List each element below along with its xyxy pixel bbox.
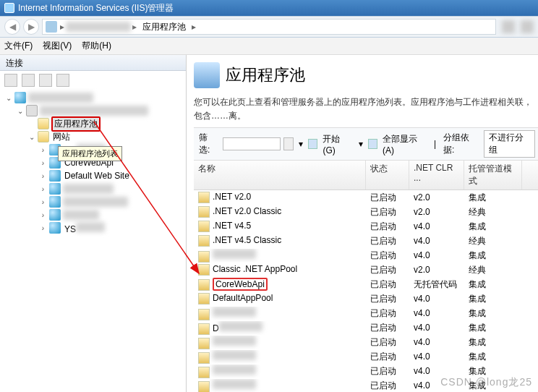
expand-icon[interactable]: ›: [39, 159, 47, 167]
sites-icon: [38, 131, 49, 142]
col-name[interactable]: 名称: [194, 161, 366, 189]
tree-site-item[interactable]: ›Default Web Site: [39, 169, 186, 182]
titlebar: Internet Information Services (IIS)管理器: [0, 0, 538, 16]
breadcrumb-current[interactable]: 应用程序池: [138, 21, 190, 33]
toolbar-icon[interactable]: [56, 74, 69, 87]
group-label: 分组依据:: [441, 132, 481, 156]
menubar: 文件(F) 视图(V) 帮助(H): [0, 38, 538, 55]
tree-app-pools-label[interactable]: 应用程序池: [51, 116, 101, 132]
main-content: 应用程序池 您可以在此页上查看和管理服务器上的应用程序池列表。应用程序池与工作进…: [187, 55, 538, 392]
pool-icon: [198, 381, 210, 392]
filter-input[interactable]: [223, 137, 281, 150]
toolbar-icon[interactable]: [4, 74, 17, 87]
nav-back-button[interactable]: ◀: [4, 19, 20, 35]
connections-tree: ⌄ ⌄ 应用程序池: [0, 90, 186, 234]
pool-icon: [198, 279, 210, 291]
group-select[interactable]: 不进行分组: [484, 130, 535, 158]
table-row[interactable]: 已启动v4.0集成: [194, 349, 538, 364]
tree-sites-label: 网站: [51, 131, 72, 143]
page-title-row: 应用程序池: [194, 62, 538, 88]
chevron-right-icon: ▸: [59, 22, 66, 32]
pool-icon: [198, 293, 210, 304]
table-header: 名称 状态 .NET CLR ... 托管管道模式: [194, 161, 538, 190]
spacer: [27, 120, 35, 128]
toolbar-icon[interactable]: [39, 74, 52, 87]
filter-dropdown-icon[interactable]: [283, 137, 294, 150]
table-row[interactable]: DefaultAppPool已启动v4.0集成: [194, 291, 538, 306]
connections-header: 连接: [0, 55, 186, 71]
tree-site-item[interactable]: ›YS: [39, 221, 186, 234]
start-page-icon: [14, 92, 26, 103]
menu-help[interactable]: 帮助(H): [82, 40, 111, 52]
expand-icon[interactable]: ›: [39, 198, 47, 206]
site-icon: [49, 183, 61, 195]
expand-icon[interactable]: ›: [39, 211, 47, 219]
col-mode[interactable]: 托管管道模式: [464, 161, 522, 189]
toolbar-extra-icon[interactable]: [502, 20, 515, 33]
expand-icon[interactable]: ›: [39, 224, 47, 232]
breadcrumb-bar: ◀ ▶ ▸ ▸ 应用程序池 ▸: [0, 16, 538, 38]
table-row[interactable]: .NET v2.0 Classic已启动v2.0经典: [194, 205, 538, 219]
site-label: YS: [63, 222, 106, 234]
menu-file[interactable]: 文件(F): [4, 40, 33, 52]
server-icon: [46, 21, 57, 33]
pool-icon: [198, 367, 210, 378]
table-row[interactable]: 已启动v4.0集成: [194, 248, 538, 263]
tree-server[interactable]: ⌄: [16, 104, 186, 117]
pool-icon: [198, 264, 210, 276]
go-icon[interactable]: [308, 139, 317, 149]
nav-forward-button[interactable]: ▶: [23, 19, 39, 35]
filter-toolbar: 筛选: ▾ 开始(G) ▾ 全部显示(A) | 分组依据: 不进行分组: [194, 127, 538, 161]
pool-icon: [198, 309, 210, 320]
expand-icon[interactable]: ⌄: [27, 133, 35, 141]
expand-icon[interactable]: ›: [39, 146, 47, 154]
filter-start[interactable]: 开始(G): [320, 133, 353, 155]
page-title: 应用程序池: [226, 64, 305, 86]
col-clr[interactable]: .NET CLR ...: [409, 161, 464, 189]
breadcrumb-server[interactable]: [66, 22, 131, 32]
filter-showall[interactable]: 全部显示(A): [380, 133, 429, 155]
toolbar-extra-icon[interactable]: [521, 20, 534, 33]
pool-icon: [198, 338, 210, 349]
menu-view[interactable]: 视图(V): [43, 40, 72, 52]
tree-app-pools[interactable]: 应用程序池: [27, 117, 186, 130]
table-row[interactable]: .NET v2.0已启动v2.0集成: [194, 190, 538, 205]
window-title: Internet Information Services (IIS)管理器: [18, 0, 174, 16]
connections-panel: 连接 ⌄ ⌄: [0, 55, 187, 392]
showall-icon[interactable]: [368, 139, 377, 149]
app-pools-large-icon: [194, 62, 220, 88]
table-row[interactable]: .NET v4.5 Classic已启动v4.0经典: [194, 234, 538, 248]
chevron-right-icon: ▸: [190, 22, 197, 32]
site-icon: [49, 170, 61, 182]
expand-icon[interactable]: ›: [39, 172, 47, 180]
site-label: [63, 184, 114, 194]
connections-toolbar: [0, 71, 186, 90]
pool-icon: [198, 221, 210, 232]
pool-icon: [198, 251, 210, 263]
tree-site-item[interactable]: ›: [39, 182, 186, 195]
table-row[interactable]: Classic .NET AppPool已启动v2.0经典: [194, 263, 538, 277]
pool-icon: [198, 206, 210, 218]
col-status[interactable]: 状态: [366, 161, 409, 189]
toolbar-icon[interactable]: [22, 74, 35, 87]
server-icon: [26, 105, 38, 116]
table-row[interactable]: 已启动v4.0集成: [194, 306, 538, 320]
site-icon: [49, 209, 61, 221]
table-row[interactable]: D已启动v4.0集成: [194, 320, 538, 335]
breadcrumb[interactable]: ▸ ▸ 应用程序池 ▸: [42, 19, 496, 35]
tree-site-item[interactable]: ›: [39, 208, 186, 221]
table-row[interactable]: 已启动v4.0集成: [194, 335, 538, 349]
expand-icon[interactable]: ›: [39, 185, 47, 193]
expand-icon[interactable]: ⌄: [16, 107, 24, 115]
tree-root[interactable]: ⌄: [4, 91, 186, 104]
app-pools-table: 名称 状态 .NET CLR ... 托管管道模式 .NET v2.0已启动v2…: [194, 161, 538, 392]
expand-icon[interactable]: ⌄: [4, 94, 12, 102]
tree-site-item[interactable]: ›: [39, 195, 186, 208]
tree-sites[interactable]: ⌄ 网站: [27, 130, 186, 143]
table-row[interactable]: .NET v4.5已启动v4.0集成: [194, 219, 538, 234]
app-pools-icon: [38, 118, 49, 129]
site-label: [63, 210, 99, 220]
table-row[interactable]: CoreWebApi已启动无托管代码集成: [194, 277, 538, 291]
site-label: [63, 197, 128, 207]
app-icon: [4, 3, 14, 13]
